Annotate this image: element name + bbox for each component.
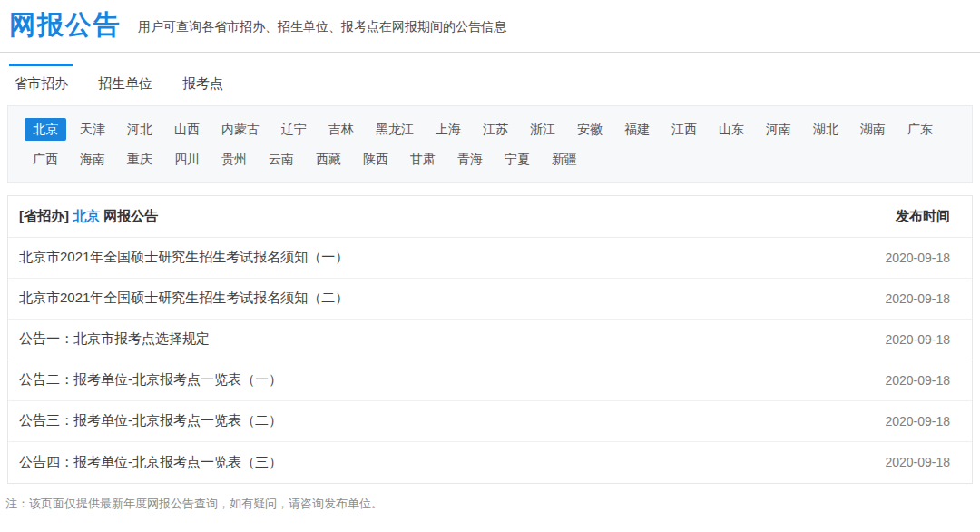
province-link[interactable]: 广西 <box>24 148 66 171</box>
publish-date: 2020-09-18 <box>885 373 950 388</box>
province-link[interactable]: 黑龙江 <box>368 118 422 141</box>
tab-exam-site[interactable]: 报考点 <box>178 64 228 103</box>
province-link[interactable]: 安徽 <box>569 118 611 141</box>
board-header-region: 北京 <box>73 208 100 223</box>
announcement-page: 网报公告 用户可查询各省市招办、招生单位、报考点在网报期间的公告信息 省市招办 … <box>0 0 980 532</box>
announcement-link[interactable]: 公告四：报考单位-北京报考点一览表（三） <box>19 454 282 471</box>
publish-date: 2020-09-18 <box>885 291 950 306</box>
province-link[interactable]: 山东 <box>710 118 752 141</box>
province-link[interactable]: 吉林 <box>320 118 362 141</box>
province-link[interactable]: 湖北 <box>805 118 847 141</box>
province-link[interactable]: 河南 <box>758 118 799 141</box>
announcement-row: 公告四：报考单位-北京报考点一览表（三） 2020-09-18 <box>8 442 972 483</box>
announcement-row: 公告三：报考单位-北京报考点一览表（二） 2020-09-18 <box>8 401 972 442</box>
publish-date: 2020-09-18 <box>885 251 950 265</box>
announcement-link[interactable]: 公告二：报考单位-北京报考点一览表（一） <box>19 371 282 389</box>
province-link[interactable]: 江西 <box>663 118 705 141</box>
announcement-row: 公告一：北京市报考点选择规定 2020-09-18 <box>8 320 972 360</box>
province-link[interactable]: 青海 <box>449 148 491 171</box>
announcement-list: 北京市2021年全国硕士研究生招生考试报名须知（一） 2020-09-18 北京… <box>8 238 972 483</box>
province-link[interactable]: 山西 <box>166 118 208 141</box>
tab-enrollment-unit[interactable]: 招生单位 <box>93 64 157 103</box>
province-link[interactable]: 北京 <box>24 118 66 141</box>
province-link[interactable]: 重庆 <box>119 148 161 171</box>
province-link[interactable]: 辽宁 <box>273 118 315 141</box>
province-link[interactable]: 贵州 <box>213 148 255 171</box>
province-link[interactable]: 陕西 <box>355 148 397 171</box>
province-link[interactable]: 福建 <box>616 118 658 141</box>
province-filter-panel: 北京天津河北山西内蒙古辽宁吉林黑龙江上海江苏浙江安徽福建江西山东河南湖北湖南广东… <box>7 105 973 183</box>
publish-date: 2020-09-18 <box>885 414 950 429</box>
province-link[interactable]: 四川 <box>166 148 208 171</box>
province-link[interactable]: 广东 <box>899 118 941 141</box>
announcement-link[interactable]: 北京市2021年全国硕士研究生招生考试报名须知（一） <box>19 249 348 266</box>
province-link[interactable]: 浙江 <box>522 118 564 141</box>
page-header: 网报公告 用户可查询各省市招办、招生单位、报考点在网报期间的公告信息 <box>0 0 980 40</box>
province-link[interactable]: 甘肃 <box>402 148 444 171</box>
board-header-suffix: 网报公告 <box>103 208 158 223</box>
announcement-link[interactable]: 公告三：报考单位-北京报考点一览表（二） <box>19 412 282 429</box>
province-link[interactable]: 西藏 <box>308 148 349 171</box>
announcement-row: 公告二：报考单位-北京报考点一览表（一） 2020-09-18 <box>8 360 972 401</box>
page-footnote: 注：该页面仅提供最新年度网报公告查询，如有疑问，请咨询发布单位。 <box>5 496 973 512</box>
board-header-title: [省招办] 北京 网报公告 <box>19 208 158 225</box>
province-link[interactable]: 宁夏 <box>496 148 538 171</box>
page-subtitle: 用户可查询各省市招办、招生单位、报考点在网报期间的公告信息 <box>138 19 506 40</box>
board-header: [省招办] 北京 网报公告 发布时间 <box>8 196 972 238</box>
announcement-board: [省招办] 北京 网报公告 发布时间 北京市2021年全国硕士研究生招生考试报名… <box>7 195 973 484</box>
province-link[interactable]: 天津 <box>72 118 113 141</box>
tab-provincial-admissions[interactable]: 省市招办 <box>9 64 73 103</box>
header-divider <box>0 52 980 53</box>
province-link[interactable]: 江苏 <box>475 118 516 141</box>
board-header-prefix: [省招办] <box>19 208 69 223</box>
page-title: 网报公告 <box>9 11 122 40</box>
publish-time-column-header: 发布时间 <box>896 208 950 225</box>
announcement-link[interactable]: 北京市2021年全国硕士研究生招生考试报名须知（二） <box>19 290 348 307</box>
province-link[interactable]: 上海 <box>427 118 469 141</box>
province-link[interactable]: 河北 <box>119 118 161 141</box>
province-link[interactable]: 湖南 <box>852 118 894 141</box>
announcement-row: 北京市2021年全国硕士研究生招生考试报名须知（二） 2020-09-18 <box>8 279 972 320</box>
publish-date: 2020-09-18 <box>885 332 950 347</box>
publish-date: 2020-09-18 <box>885 455 950 469</box>
province-link[interactable]: 新疆 <box>544 148 585 171</box>
province-link[interactable]: 内蒙古 <box>213 118 268 141</box>
tab-bar: 省市招办 招生单位 报考点 <box>0 64 980 103</box>
announcement-link[interactable]: 公告一：北京市报考点选择规定 <box>19 330 210 348</box>
announcement-row: 北京市2021年全国硕士研究生招生考试报名须知（一） 2020-09-18 <box>8 238 972 279</box>
province-link[interactable]: 云南 <box>260 148 302 171</box>
province-link[interactable]: 海南 <box>72 148 113 171</box>
